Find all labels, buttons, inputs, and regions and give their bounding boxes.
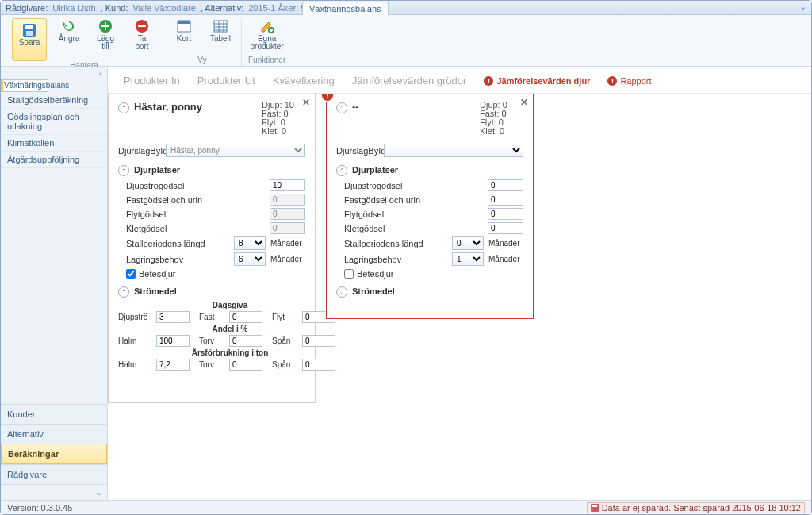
lagring-select[interactable]: 1 [452, 252, 484, 266]
close-card-button[interactable]: ✕ [302, 97, 310, 108]
minus-circle-icon [134, 18, 150, 34]
sidebar-item-godslingsplan[interactable]: Gödslingsplan och utlakning [1, 109, 107, 135]
card-icon [176, 18, 192, 34]
ribbon-group-view: Vy [197, 56, 206, 64]
ribbon: Spara Ångra Lägg till Ta bort Hantera [1, 15, 811, 67]
tab-jfv-grodor[interactable]: Jämförelsevärden grödor [352, 75, 467, 86]
add-button[interactable]: Lägg till [91, 18, 120, 61]
klet-input[interactable] [488, 222, 523, 234]
svg-rect-1 [25, 25, 33, 29]
collapse-section-icon[interactable]: ⌃ [118, 165, 129, 176]
svg-rect-7 [178, 21, 190, 24]
arf-span-input[interactable] [302, 359, 335, 371]
lagring-select[interactable]: 6 [234, 252, 266, 266]
collapse-section-icon[interactable]: ⌃ [118, 286, 129, 298]
ai-torv-input[interactable] [229, 335, 262, 347]
table-view-button[interactable]: Tabell [206, 18, 235, 43]
warning-icon: ! [484, 76, 493, 86]
djupstro-input[interactable] [270, 179, 305, 191]
ai-halm-input[interactable] [156, 335, 190, 347]
djupstro-input[interactable] [488, 179, 523, 191]
card-stats: Djup: 10 Fast: 0 Flyt: 0 Klet: 0 [262, 101, 305, 136]
document-tabs: Växtnäringsbalans [302, 1, 811, 15]
svg-rect-11 [592, 505, 597, 507]
tab-produkter-in[interactable]: Produkter In [124, 75, 180, 86]
collapse-card-icon[interactable]: ⌃ [336, 102, 347, 113]
tab-produkter-ut[interactable]: Produkter Ut [197, 75, 255, 86]
own-products-button[interactable]: Egna produkter [251, 18, 284, 51]
bottom-nav: Kunder Alternativ Beräkningar Rådgivare … [1, 404, 107, 500]
table-icon [213, 18, 228, 34]
sub-tabs: Produkter In Produkter Ut Kvävefixering … [108, 67, 811, 94]
undo-icon [61, 18, 77, 34]
svg-rect-5 [138, 25, 146, 27]
delete-button[interactable]: Ta bort [128, 18, 156, 61]
bottom-nav-alternativ[interactable]: Alternativ [1, 424, 107, 444]
section-stromedel: Strömedel [134, 286, 177, 296]
card-stats: Djup: 0 Fast: 0 Flyt: 0 Klet: 0 [480, 101, 523, 136]
animal-card-2: ! ✕ ⌃ -- Djup: 0 Fast: 0 Flyt: 0 Klet: 0 [326, 94, 534, 319]
card-canvas: ✕ ⌃ Hästar, ponny Djup: 10 Fast: 0 Flyt:… [108, 94, 811, 500]
breadcrumb-advisor: Ulrika Listh [52, 3, 95, 13]
betesdjur-checkbox[interactable] [126, 269, 136, 279]
status-bar: Version: 0.3.0.45 Data är ej sparad. Sen… [1, 500, 811, 514]
side-panel: ‹ Växtnäringsbalans Stallgödselberäkning… [1, 67, 108, 500]
pencil-plus-icon [259, 18, 275, 34]
section-djurplatser: Djurplatser [134, 165, 180, 175]
klet-input[interactable] [270, 222, 305, 234]
animal-card-1: ✕ ⌃ Hästar, ponny Djup: 10 Fast: 0 Flyt:… [108, 94, 316, 403]
stallperiod-select[interactable]: 0 [452, 236, 484, 250]
ai-span-input[interactable] [302, 335, 335, 347]
expand-section-icon[interactable]: ⌄ [336, 286, 347, 298]
stallperiod-select[interactable]: 8 [234, 236, 266, 250]
save-status: Data är ej sparad. Senast sparad 2015-06… [587, 502, 805, 513]
sidebar-item-atgard[interactable]: Åtgärdsuppföljning [1, 152, 107, 168]
djurslag-select[interactable] [384, 144, 523, 157]
sidebar-item-stallgodsel[interactable]: Stallgödselberäkning [1, 92, 107, 109]
dg-djup-input[interactable] [156, 311, 190, 323]
calc-nav: Växtnäringsbalans Stallgödselberäkning G… [1, 79, 107, 404]
card-view-button[interactable]: Kort [170, 18, 198, 43]
bottom-nav-berakningar[interactable]: Beräkningar [1, 444, 107, 464]
ribbon-group-functions: Funktioner [248, 56, 285, 64]
bottom-nav-radgivare[interactable]: Rådgivare [1, 464, 107, 484]
tab-vaxtnaringsbalans[interactable]: Växtnäringsbalans [302, 2, 389, 15]
card-title: -- [352, 101, 480, 113]
arf-halm-input[interactable] [156, 359, 190, 371]
bottom-nav-kunder[interactable]: Kunder [1, 404, 107, 424]
save-button[interactable]: Spara [12, 18, 47, 61]
undo-button[interactable]: Ångra [55, 18, 83, 61]
djurslag-label: DjurslagById [118, 146, 166, 156]
breadcrumb-customer-label: , Kund: [101, 3, 128, 13]
plus-circle-icon [98, 18, 113, 34]
fast-input[interactable] [488, 194, 523, 206]
arf-torv-input[interactable] [229, 359, 262, 371]
svg-rect-2 [26, 31, 33, 36]
disk-warn-icon [591, 504, 599, 512]
close-card-button[interactable]: ✕ [520, 97, 528, 108]
disk-icon [21, 22, 37, 38]
main-pane: Produkter In Produkter Ut Kvävefixering … [108, 67, 811, 500]
dg-fast-input[interactable] [229, 311, 262, 323]
flyt-input[interactable] [488, 208, 523, 220]
fast-input[interactable] [270, 194, 305, 206]
tab-kvavefixering[interactable]: Kvävefixering [273, 75, 335, 86]
collapse-section-icon[interactable]: ⌃ [336, 165, 347, 176]
sidebar-item-klimatkollen[interactable]: Klimatkollen [1, 135, 107, 152]
tab-rapport[interactable]: ! Rapport [607, 76, 651, 86]
card-title: Hästar, ponny [134, 101, 262, 113]
flyt-input[interactable] [270, 208, 305, 220]
sidebar-item-vaxtnaringsbalans[interactable]: Växtnäringsbalans [1, 79, 48, 92]
version-label: Version: [7, 503, 39, 513]
bottom-nav-expand[interactable]: ⌄ [1, 484, 107, 500]
breadcrumb-advisor-label: Rådgivare: [6, 3, 48, 13]
collapse-panel-button[interactable]: ‹ [1, 67, 107, 79]
djurslag-select[interactable]: Hästar, ponny [166, 144, 305, 157]
tab-jfv-djur[interactable]: ! Jämförelsevärden djur [484, 76, 590, 86]
collapse-card-icon[interactable]: ⌃ [118, 102, 129, 113]
djurslag-label: DjurslagById [336, 146, 384, 156]
warning-icon: ! [607, 76, 617, 86]
card-warning-icon: ! [320, 94, 335, 102]
betesdjur-checkbox[interactable] [344, 269, 354, 279]
breadcrumb-alt-label: , Alternativ: [201, 3, 243, 13]
